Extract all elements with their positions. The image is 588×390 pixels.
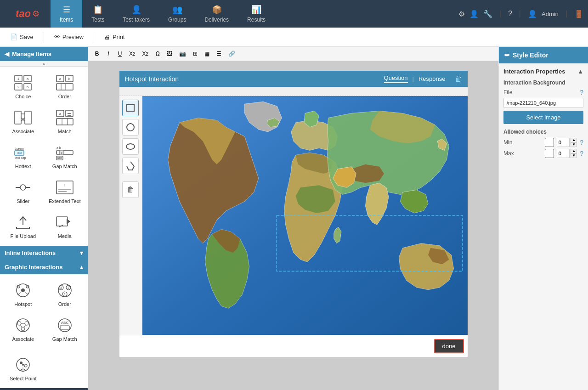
svg-text:a b: a b (57, 146, 61, 149)
max-value-input[interactable] (557, 149, 570, 158)
custom-interactions-header[interactable]: Custom Interactions ▾ (0, 388, 88, 390)
max-spin-up[interactable]: ▲ (571, 149, 577, 153)
logout-icon[interactable]: 🚪 (574, 10, 583, 18)
selectpoint-icon (13, 356, 33, 374)
subscript-button[interactable]: X2 (126, 49, 138, 59)
item-match[interactable]: a Match (44, 104, 86, 139)
nav-item-deliveries[interactable]: 📦 Deliveries (195, 0, 238, 28)
min-checkbox[interactable] (543, 138, 556, 147)
item-associate[interactable]: Associate (2, 104, 44, 139)
min-help-icon[interactable]: ? (580, 139, 583, 146)
file-help-icon[interactable]: ? (580, 89, 583, 96)
question-tab[interactable]: Question (384, 74, 408, 83)
toolbar-sep1 (44, 32, 44, 43)
back-arrow-icon: ◀ (5, 51, 9, 57)
graphic-interactions-header[interactable]: Graphic Interactions ▴ (0, 260, 88, 274)
preview-button[interactable]: 👁 Preview (49, 31, 89, 43)
item-fileupload[interactable]: File Upload (2, 209, 44, 243)
scroll-up-indicator[interactable]: ▲ (0, 61, 88, 67)
min-spin-up[interactable]: ▲ (571, 138, 577, 142)
item-exttext[interactable]: I Extended Text (44, 174, 86, 209)
users-icon[interactable]: 👤 (469, 10, 479, 18)
nav-item-tests[interactable]: 📋 Tests (82, 0, 113, 28)
item-order[interactable]: a b Order (44, 69, 86, 104)
nav-item-items[interactable]: ☰ Items (51, 0, 82, 28)
table-button[interactable]: ▦ (202, 49, 212, 59)
print-button[interactable]: 🖨 Print (99, 31, 130, 43)
interaction-props-title: Interaction Properties ▲ (503, 68, 583, 75)
circle-shape-btn[interactable] (122, 119, 139, 136)
item-gapmatch[interactable]: a b c abc Gap Match (44, 139, 86, 174)
polygon-shape-btn[interactable] (122, 158, 139, 174)
max-help-icon[interactable]: ? (580, 150, 583, 157)
graphic-hotspot-icon (13, 281, 33, 300)
svg-text:1: 1 (17, 77, 20, 81)
svg-rect-44 (57, 217, 68, 226)
save-button[interactable]: 📄 Save (5, 31, 39, 43)
graphic-item-order[interactable]: 3 2 1 Order (44, 277, 86, 311)
nav-item-results[interactable]: 📊 Results (238, 0, 275, 28)
collapse-icon[interactable]: ▲ (577, 68, 583, 75)
preview-label: Preview (62, 34, 84, 40)
file-row: File ? (503, 89, 583, 96)
rectangle-shape-btn[interactable] (122, 100, 139, 116)
nav-item-groups[interactable]: 👥 Groups (159, 0, 195, 28)
item-slider[interactable]: Slider (2, 174, 44, 209)
underline-button[interactable]: U (115, 49, 125, 59)
image-button[interactable]: 🖼 (164, 49, 175, 59)
help-icon[interactable]: ? (508, 10, 512, 18)
svg-text:a: a (59, 112, 62, 116)
graphic-item-gapmatch[interactable]: ABC Gap Match (44, 311, 86, 346)
special-char-button[interactable]: Ω (153, 49, 163, 59)
map-area[interactable] (142, 96, 468, 335)
deliveries-icon: 📦 (212, 5, 222, 15)
hotspot-header-right: Question | Response 🗑 (384, 74, 462, 83)
graphic-chevron-icon: ▴ (80, 264, 83, 271)
min-spin-down[interactable]: ▼ (571, 142, 577, 147)
superscript-button[interactable]: X2 (140, 49, 152, 59)
test-takers-icon: 👤 (131, 5, 141, 15)
inline-interactions-header[interactable]: Inline Interactions ▾ (0, 246, 88, 260)
svg-text:Lorem: Lorem (15, 147, 24, 150)
italic-button[interactable]: I (103, 49, 113, 59)
link-button[interactable]: 🔗 (226, 49, 238, 59)
graphic-item-selectpoint[interactable]: Select Point (2, 351, 44, 386)
select-image-button[interactable]: Select image (503, 111, 583, 124)
ellipse-shape-btn[interactable] (122, 138, 139, 155)
svg-line-66 (24, 325, 26, 328)
save-label: Save (20, 34, 34, 40)
table-small-button[interactable]: ⊞ (190, 49, 200, 59)
basic-interactions-grid: 1 a 2 b Choice a (0, 67, 88, 246)
bold-button[interactable]: B (92, 49, 102, 59)
graphic-item-associate[interactable]: Associate (2, 311, 44, 346)
manage-items-header[interactable]: ◀ Manage Items (0, 47, 88, 61)
results-icon: 📊 (251, 5, 261, 15)
delete-shape-btn[interactable]: 🗑 (122, 181, 139, 198)
done-button[interactable]: done (434, 339, 464, 353)
svg-rect-15 (15, 111, 21, 124)
max-spin-down[interactable]: ▼ (571, 153, 577, 158)
tools-icon[interactable]: 🔧 (483, 10, 492, 18)
app-logo[interactable]: tao ⚙ (5, 8, 51, 20)
item-choice[interactable]: 1 a 2 b Choice (2, 69, 44, 104)
settings-icon[interactable]: ⚙ (458, 10, 465, 18)
delete-interaction-icon[interactable]: 🗑 (455, 75, 462, 83)
svg-point-48 (21, 288, 25, 292)
max-label: Max (503, 150, 540, 157)
image2-button[interactable]: 📷 (176, 49, 189, 59)
nav-item-test-takers[interactable]: 👤 Test-takers (113, 0, 159, 28)
response-tab[interactable]: Response (418, 75, 446, 82)
graphic-item-hotspot[interactable]: Hotspot (2, 277, 44, 311)
inline-chevron-icon: ▾ (80, 249, 83, 256)
item-slider-label: Slider (17, 198, 29, 204)
svg-point-72 (24, 364, 27, 367)
svg-text:Hot: Hot (17, 152, 22, 155)
max-checkbox[interactable] (543, 149, 556, 158)
item-hottext[interactable]: Lorem Hot text cap Hottext (2, 139, 44, 174)
item-media[interactable]: Media (44, 209, 86, 243)
list-button[interactable]: ☰ (214, 49, 224, 59)
nav-item-groups-label: Groups (168, 17, 186, 23)
editor-content: Hotspot Interaction Question | Response … (88, 61, 498, 390)
prompt-area[interactable] (119, 87, 468, 96)
min-value-input[interactable] (557, 138, 570, 147)
